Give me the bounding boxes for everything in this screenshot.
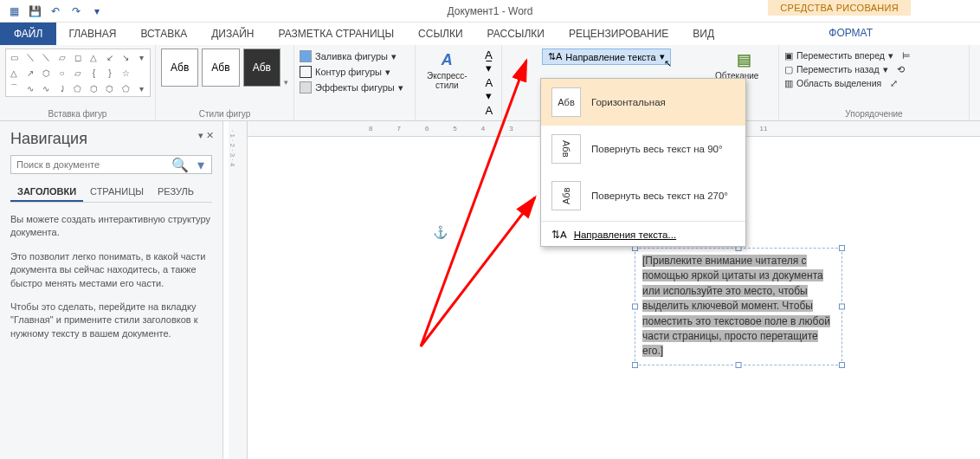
navigation-body: Вы можете создать интерактивную структур… <box>10 213 212 340</box>
group-label-styles-2 <box>300 107 409 119</box>
cursor-icon: ↖ <box>664 58 672 69</box>
tab-insert[interactable]: ВСТАВКА <box>128 23 199 45</box>
dd-more-directions[interactable]: ⇅A Направления текста... <box>541 223 745 246</box>
document-title: Документ1 - Word <box>447 5 532 17</box>
dd-rotate-90[interactable]: Абв Повернуть весь текст на 90° <box>541 126 745 172</box>
tab-references[interactable]: ССЫЛКИ <box>406 23 474 45</box>
redo-icon[interactable]: ↷ <box>69 4 83 18</box>
resize-handle-e[interactable] <box>839 303 845 309</box>
text-direction-small-icon: ⇅A <box>551 229 567 241</box>
dd-horizontal-icon: Абв <box>551 87 581 117</box>
resize-handle-w[interactable] <box>632 303 638 309</box>
style-sample-2[interactable]: Абв <box>202 48 239 87</box>
text-direction-icon: ⇅A <box>548 51 562 62</box>
vertical-ruler: · 1 · 2 · 3 · 4 <box>229 121 248 459</box>
quick-styles-button[interactable]: A Экспресс-стили <box>421 48 474 90</box>
selected-textbox[interactable]: [Привлеките внимание читателя с помощью … <box>635 248 842 365</box>
dd-separator <box>541 221 745 222</box>
file-tab[interactable]: ФАЙЛ <box>0 23 56 45</box>
tab-page-layout[interactable]: РАЗМЕТКА СТРАНИЦЫ <box>267 23 407 45</box>
group-wordart: A Экспресс-стили A̲ ▾ A ▾ A ▾ Стили Word… <box>416 45 502 120</box>
navigation-title: Навигация <box>10 130 212 148</box>
dd-rotate-270[interactable]: Абв Повернуть весь текст на 270° <box>541 172 745 219</box>
dd-rotate-270-icon: Абв <box>551 181 581 210</box>
anchor-icon: ⚓ <box>433 225 448 239</box>
ribbon: ▭＼＼▱◻△↙↘▾ △↗⬡○▱{}☆ ⌒∿∿⤸⬠⬡⬡⬠▾ Вставка фиг… <box>0 45 980 121</box>
selection-pane-icon: ▥ <box>784 78 793 88</box>
bring-forward-button[interactable]: ▣Переместить вперед ▾ ⊨ <box>784 48 964 62</box>
undo-icon[interactable]: ↶ <box>48 4 62 18</box>
tab-review[interactable]: РЕЦЕНЗИРОВАНИЕ <box>557 23 680 45</box>
send-backward-button[interactable]: ▢Переместить назад ▾ ⟲ <box>784 62 964 76</box>
nav-paragraph-3: Чтобы это сделать, перейдите на вкладку … <box>10 301 212 340</box>
navigation-close-button[interactable]: ▾ ✕ <box>198 130 214 141</box>
resize-handle-s[interactable] <box>736 362 742 368</box>
style-sample-1[interactable]: Абв <box>161 48 198 87</box>
nav-tab-headings[interactable]: ЗАГОЛОВКИ <box>10 183 83 202</box>
resize-handle-ne[interactable] <box>839 245 845 251</box>
shape-effects-button[interactable]: Эффекты фигуры ▾ <box>300 80 409 95</box>
group-shape-fill: Заливка фигуры ▾ Контур фигуры ▾ Эффекты… <box>294 45 416 120</box>
nav-paragraph-2: Это позволит легко понимать, в какой час… <box>10 250 212 290</box>
style-sample-3[interactable]: Абв <box>243 48 280 87</box>
nav-paragraph-1: Вы можете создать интерактивную структур… <box>10 213 212 240</box>
nav-tab-pages[interactable]: СТРАНИЦЫ <box>83 183 151 202</box>
quick-access-toolbar: ▦ 💾 ↶ ↷ ▾ <box>0 4 111 18</box>
text-direction-dropdown: Абв Горизонтальная Абв Повернуть весь те… <box>540 78 746 247</box>
shape-outline-button[interactable]: Контур фигуры ▾ <box>300 64 409 80</box>
tab-view[interactable]: ВИД <box>680 23 726 45</box>
group-shape-styles: Абв Абв Абв ▾ Стили фигур <box>156 45 294 120</box>
group-label-shapes: Вставка фигур <box>5 107 150 119</box>
save-icon[interactable]: 💾 <box>28 4 42 18</box>
text-outline-icon[interactable]: A ▾ <box>482 76 496 102</box>
dd-horizontal[interactable]: Абв Горизонтальная <box>541 79 745 126</box>
nav-tab-results[interactable]: РЕЗУЛЬ <box>151 183 201 202</box>
text-fill-icon[interactable]: A̲ ▾ <box>482 48 496 74</box>
textbox-content[interactable]: [Привлеките внимание читателя с помощью … <box>642 255 830 357</box>
quick-styles-icon: A <box>433 48 461 71</box>
navigation-search[interactable]: 🔍 ▾ <box>10 155 212 174</box>
shape-fill-button[interactable]: Заливка фигуры ▾ <box>300 48 409 64</box>
send-backward-icon: ▢ <box>784 64 793 74</box>
wrap-text-icon: ▤ <box>731 48 758 71</box>
text-direction-button[interactable]: ⇅A Направление текста ▾ ↖ <box>542 48 671 65</box>
dd-rotate-90-icon: Абв <box>551 134 581 164</box>
word-icon[interactable]: ▦ <box>7 4 21 18</box>
navigation-panel: Навигация ▾ ✕ 🔍 ▾ ЗАГОЛОВКИ СТРАНИЦЫ РЕЗ… <box>0 121 223 459</box>
ribbon-tabs: ФАЙЛ ГЛАВНАЯ ВСТАВКА ДИЗАЙН РАЗМЕТКА СТР… <box>0 23 980 45</box>
group-label-arrange: Упорядочение <box>784 107 964 119</box>
search-icon[interactable]: 🔍 <box>170 156 190 173</box>
group-arrange: ▣Переместить вперед ▾ ⊨ ▢Переместить наз… <box>779 45 970 120</box>
tab-design[interactable]: ДИЗАЙН <box>199 23 266 45</box>
tab-mailings[interactable]: РАССЫЛКИ <box>475 23 557 45</box>
search-dropdown-icon[interactable]: ▾ <box>190 156 211 173</box>
tab-home[interactable]: ГЛАВНАЯ <box>56 23 128 45</box>
bring-forward-icon: ▣ <box>784 50 793 61</box>
shapes-gallery[interactable]: ▭＼＼▱◻△↙↘▾ △↗⬡○▱{}☆ ⌒∿∿⤸⬠⬡⬡⬠▾ <box>5 48 151 97</box>
group-insert-shapes: ▭＼＼▱◻△↙↘▾ △↗⬡○▱{}☆ ⌒∿∿⤸⬠⬡⬡⬠▾ Вставка фиг… <box>0 45 156 120</box>
resize-handle-se[interactable] <box>839 362 845 368</box>
navigation-tabs: ЗАГОЛОВКИ СТРАНИЦЫ РЕЗУЛЬ <box>10 183 212 203</box>
resize-handle-sw[interactable] <box>632 362 638 368</box>
selection-pane-button[interactable]: ▥Область выделения ⤢ <box>784 76 964 90</box>
style-gallery-expand-icon[interactable]: ▾ <box>284 78 288 87</box>
search-input[interactable] <box>11 156 170 173</box>
qat-dropdown-icon[interactable]: ▾ <box>90 4 104 18</box>
group-label-styles: Стили фигур <box>161 107 288 119</box>
